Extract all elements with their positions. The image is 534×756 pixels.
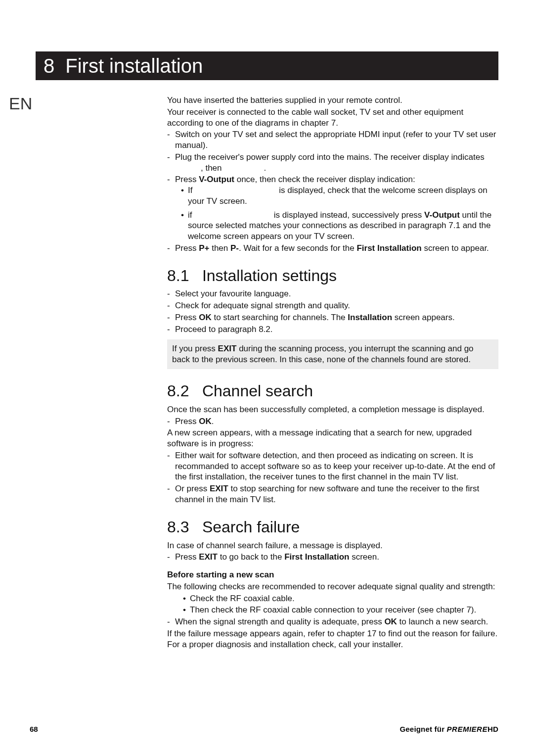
chapter-title: First installation xyxy=(65,55,203,77)
s83-p3: If the failure message appears again, re… xyxy=(167,628,498,650)
text: , then xyxy=(201,163,222,173)
text xyxy=(194,210,271,220)
s81-list: Select your favourite language. Check fo… xyxy=(167,288,498,334)
text: once, then check the receiver display in… xyxy=(234,175,415,184)
key-label: EXIT xyxy=(218,344,237,353)
key-label: First Installation xyxy=(284,552,349,562)
s82-list1: Press OK. xyxy=(167,416,498,427)
text: is displayed instead, successively press xyxy=(274,210,424,220)
text: to launch a new search. xyxy=(397,617,488,626)
text xyxy=(224,163,262,173)
s83-p2: The following checks are recommended to … xyxy=(167,581,498,592)
section-title: Channel search xyxy=(202,382,313,400)
key-label: P+ xyxy=(199,243,209,253)
text: . xyxy=(212,417,214,426)
text: Press xyxy=(175,417,199,426)
s82-list2: Either wait for software detection, and … xyxy=(167,450,498,505)
section-title: Installation settings xyxy=(202,267,337,284)
list-item: Then check the RF coaxial cable connecti… xyxy=(177,605,498,615)
list-item: if is displayed instead, successively pr… xyxy=(175,210,498,242)
text: screen to appear. xyxy=(422,243,489,253)
key-label: V-Output xyxy=(199,175,234,184)
chapter-number: 8 xyxy=(36,55,65,77)
key-label: V-Output xyxy=(424,210,460,220)
key-label: P- xyxy=(230,243,239,253)
key-label: OK xyxy=(384,617,397,626)
key-label: Installation xyxy=(348,313,392,322)
sub-list: If is displayed, check that the welcome … xyxy=(175,185,498,242)
section-title: Search failure xyxy=(202,518,300,536)
section-heading-8-1: 8.1 Installation settings xyxy=(167,266,498,286)
footer-brand: Geeignet für PREMIEREHD xyxy=(400,725,498,733)
subheading: Before starting a new scan xyxy=(167,569,498,580)
text: If you press xyxy=(172,344,218,353)
text: Plug the receiver's power supply cord in… xyxy=(175,152,485,162)
note-box: If you press EXIT during the scanning pr… xyxy=(167,339,498,369)
text: Press xyxy=(175,175,199,184)
s82-p1: Once the scan has been successfully comp… xyxy=(167,404,498,415)
key-label: OK xyxy=(199,417,212,426)
list-item: Switch on your TV set and select the app… xyxy=(167,129,498,151)
text: Or press xyxy=(175,484,210,493)
list-item: Either wait for software detection, and … xyxy=(167,450,498,482)
list-item: Check the RF coaxial cable. xyxy=(177,593,498,604)
s82-p2: A new screen appears, with a message ind… xyxy=(167,427,498,449)
list-item: Press V-Output once, then check the rece… xyxy=(167,174,498,242)
text: to go back to the xyxy=(218,552,284,562)
section-heading-8-2: 8.2 Channel search xyxy=(167,381,498,401)
text: When the signal strength and quality is … xyxy=(175,617,384,626)
brand-hd: HD xyxy=(488,725,498,733)
intro-p1: You have inserted the batteries supplied… xyxy=(167,95,498,106)
s83-list1: Press EXIT to go back to the First Insta… xyxy=(167,552,498,563)
text: Press xyxy=(175,243,199,253)
section-number: 8.3 xyxy=(167,517,198,537)
section-number: 8.2 xyxy=(167,381,198,401)
list-item: Or press EXIT to stop searching for new … xyxy=(167,483,498,505)
list-item: Press P+ then P-. Wait for a few seconds… xyxy=(167,243,498,254)
brand-premiere: PREMIERE xyxy=(447,725,488,733)
footer-label: Geeignet für xyxy=(400,725,446,733)
key-label: First Installation xyxy=(356,243,421,253)
key-label: EXIT xyxy=(199,552,218,562)
text xyxy=(175,163,198,173)
text: screen. xyxy=(349,552,379,562)
page-number: 68 xyxy=(30,725,38,733)
intro-list: Switch on your TV set and select the app… xyxy=(167,129,498,253)
list-item: Press OK. xyxy=(167,416,498,427)
text: If xyxy=(188,186,195,195)
s83-list2: When the signal strength and quality is … xyxy=(167,616,498,627)
key-label: EXIT xyxy=(210,484,228,493)
list-item: Select your favourite language. xyxy=(167,288,498,299)
list-item: Check for adequate signal strength and q… xyxy=(167,300,498,311)
s83-p1: In case of channel search failure, a mes… xyxy=(167,540,498,551)
section-heading-8-3: 8.3 Search failure xyxy=(167,517,498,537)
s83-bullets: Check the RF coaxial cable. Then check t… xyxy=(167,593,498,616)
language-code: EN xyxy=(9,94,32,113)
intro-p2: Your receiver is connected to the cable … xyxy=(167,107,498,129)
text: then xyxy=(209,243,230,253)
list-item: Plug the receiver's power supply cord in… xyxy=(167,152,498,174)
chapter-heading: 8 First installation xyxy=(36,51,498,80)
text: . xyxy=(264,163,267,173)
key-label: OK xyxy=(199,313,212,322)
text: Press xyxy=(175,313,199,322)
text: if xyxy=(188,210,194,220)
text xyxy=(195,186,276,195)
page-content: You have inserted the batteries supplied… xyxy=(167,95,498,651)
text: screen appears. xyxy=(392,313,455,322)
list-item: Press EXIT to go back to the First Insta… xyxy=(167,552,498,563)
text: to start searching for channels. The xyxy=(212,313,348,322)
text: Press xyxy=(175,552,199,562)
section-number: 8.1 xyxy=(167,266,198,286)
list-item: If is displayed, check that the welcome … xyxy=(175,185,498,207)
list-item: When the signal strength and quality is … xyxy=(167,616,498,627)
text: . Wait for a few seconds for the xyxy=(239,243,356,253)
list-item: Proceed to paragraph 8.2. xyxy=(167,324,498,335)
list-item: Press OK to start searching for channels… xyxy=(167,312,498,323)
